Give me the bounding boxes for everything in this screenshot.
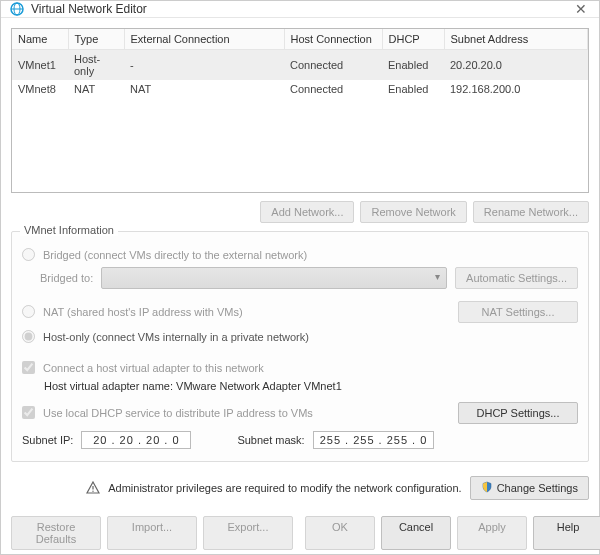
admin-privileges-text: Administrator privileges are required to… [108, 482, 461, 494]
shield-icon [481, 481, 493, 495]
bridged-to-combo[interactable]: ▾ [101, 267, 447, 289]
host-adapter-checkbox[interactable] [22, 361, 35, 374]
app-icon [9, 1, 25, 17]
svg-point-4 [93, 491, 94, 492]
cancel-button[interactable]: Cancel [381, 516, 451, 550]
nat-radio-row[interactable]: NAT (shared host's IP address with VMs) [22, 305, 448, 318]
table-row[interactable]: VMnet8 NAT NAT Connected Enabled 192.168… [12, 80, 588, 98]
col-external[interactable]: External Connection [124, 29, 284, 50]
host-adapter-check-row[interactable]: Connect a host virtual adapter to this n… [22, 361, 578, 374]
content-area: Name Type External Connection Host Conne… [1, 18, 599, 508]
col-subnet[interactable]: Subnet Address [444, 29, 588, 50]
hostonly-label: Host-only (connect VMs internally in a p… [43, 331, 309, 343]
bridged-radio-row[interactable]: Bridged (connect VMs directly to the ext… [22, 248, 578, 261]
bridged-label: Bridged (connect VMs directly to the ext… [43, 249, 307, 261]
subnet-ip-field[interactable]: 20 . 20 . 20 . 0 [81, 431, 191, 449]
subnet-mask-label: Subnet mask: [237, 434, 304, 446]
bridged-to-row: Bridged to: ▾ Automatic Settings... [40, 267, 578, 289]
import-button[interactable]: Import... [107, 516, 197, 550]
table-row[interactable]: VMnet1 Host-only - Connected Enabled 20.… [12, 50, 588, 81]
col-dhcp[interactable]: DHCP [382, 29, 444, 50]
nat-settings-button[interactable]: NAT Settings... [458, 301, 578, 323]
export-button[interactable]: Export... [203, 516, 293, 550]
host-adapter-name: Host virtual adapter name: VMware Networ… [44, 380, 578, 392]
add-network-button[interactable]: Add Network... [260, 201, 354, 223]
hostonly-radio[interactable] [22, 330, 35, 343]
dialog-button-bar: Restore Defaults Import... Export... OK … [1, 508, 599, 555]
dhcp-check-row[interactable]: Use local DHCP service to distribute IP … [22, 406, 448, 419]
title-bar: Virtual Network Editor ✕ [1, 1, 599, 18]
subnet-row: Subnet IP: 20 . 20 . 20 . 0 Subnet mask:… [22, 431, 578, 449]
window-title: Virtual Network Editor [31, 2, 571, 16]
rename-network-button[interactable]: Rename Network... [473, 201, 589, 223]
subnet-ip-label: Subnet IP: [22, 434, 73, 446]
network-buttons-row: Add Network... Remove Network Rename Net… [11, 201, 589, 223]
remove-network-button[interactable]: Remove Network [360, 201, 466, 223]
vmnet-info-group: VMnet Information Bridged (connect VMs d… [11, 231, 589, 462]
virtual-network-editor-window: Virtual Network Editor ✕ Name Type Exter… [0, 0, 600, 555]
automatic-settings-button[interactable]: Automatic Settings... [455, 267, 578, 289]
subnet-mask-field[interactable]: 255 . 255 . 255 . 0 [313, 431, 435, 449]
apply-button[interactable]: Apply [457, 516, 527, 550]
col-name[interactable]: Name [12, 29, 68, 50]
bridged-to-label: Bridged to: [40, 272, 93, 284]
dhcp-checkbox[interactable] [22, 406, 35, 419]
help-button[interactable]: Help [533, 516, 600, 550]
ok-button[interactable]: OK [305, 516, 375, 550]
hostonly-radio-row[interactable]: Host-only (connect VMs internally in a p… [22, 330, 578, 343]
vmnet-info-label: VMnet Information [20, 224, 118, 236]
change-settings-button[interactable]: Change Settings [470, 476, 589, 500]
close-icon[interactable]: ✕ [571, 1, 591, 17]
chevron-down-icon: ▾ [435, 271, 440, 282]
nat-label: NAT (shared host's IP address with VMs) [43, 306, 243, 318]
host-adapter-label: Connect a host virtual adapter to this n… [43, 362, 264, 374]
bridged-radio[interactable] [22, 248, 35, 261]
warning-icon [86, 481, 100, 495]
dhcp-label: Use local DHCP service to distribute IP … [43, 407, 313, 419]
admin-privileges-row: Administrator privileges are required to… [11, 476, 589, 500]
dhcp-settings-button[interactable]: DHCP Settings... [458, 402, 578, 424]
nat-radio[interactable] [22, 305, 35, 318]
restore-defaults-button[interactable]: Restore Defaults [11, 516, 101, 550]
networks-table[interactable]: Name Type External Connection Host Conne… [11, 28, 589, 193]
col-hostconn[interactable]: Host Connection [284, 29, 382, 50]
col-type[interactable]: Type [68, 29, 124, 50]
